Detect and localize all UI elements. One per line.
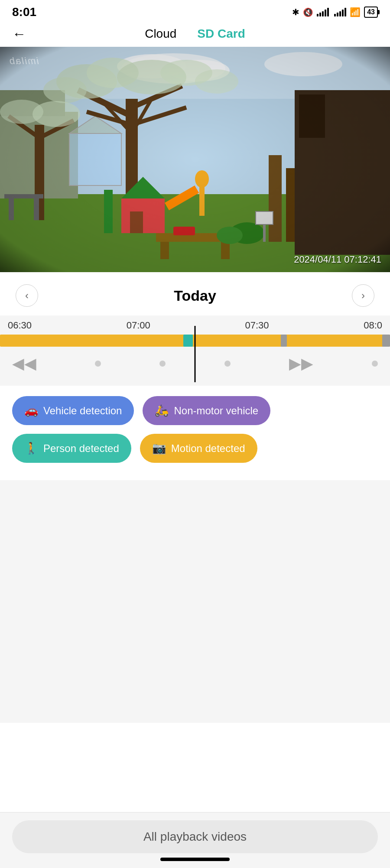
camera-watermark: imilab bbox=[9, 55, 39, 67]
signal-icon-1 bbox=[317, 8, 329, 16]
vehicle-icon: 🚗 bbox=[24, 404, 38, 417]
ctrl-dot-1 bbox=[95, 361, 101, 367]
tab-cloud[interactable]: Cloud bbox=[145, 27, 176, 41]
date-title: Today bbox=[174, 287, 216, 304]
camera-timestamp: 2024/04/11 07:12:41 bbox=[294, 254, 381, 265]
timeline-bar-teal bbox=[183, 335, 193, 347]
non-motor-icon: 🛵 bbox=[155, 404, 169, 417]
person-icon: 🚶 bbox=[24, 442, 38, 455]
prev-arrow-icon: ‹ bbox=[25, 289, 29, 302]
wifi-icon: 📶 bbox=[350, 7, 361, 17]
vehicle-label: Vehicle detection bbox=[43, 405, 122, 417]
motion-detected-button[interactable]: 📷 Motion detected bbox=[140, 434, 257, 463]
timeline-track[interactable] bbox=[0, 335, 390, 347]
vehicle-detection-button[interactable]: 🚗 Vehicle detection bbox=[12, 396, 134, 425]
status-icons: ✱ 🔇 📶 43 bbox=[292, 7, 378, 18]
person-detected-button[interactable]: 🚶 Person detected bbox=[12, 434, 131, 463]
home-indicator bbox=[160, 858, 230, 861]
camera-scene bbox=[0, 47, 390, 272]
skip-back-button[interactable]: ◀◀ bbox=[12, 354, 36, 373]
motion-icon: 📷 bbox=[152, 442, 166, 455]
nav-tabs: Cloud SD Card bbox=[145, 27, 245, 41]
status-time: 8:01 bbox=[12, 5, 36, 19]
tab-sd-card[interactable]: SD Card bbox=[197, 27, 245, 41]
ctrl-dot-3 bbox=[224, 361, 231, 367]
back-button[interactable]: ← bbox=[12, 27, 26, 41]
timeline-label-3: 08:0 bbox=[364, 320, 382, 331]
prev-date-button[interactable]: ‹ bbox=[16, 284, 38, 307]
timeline-label-2: 07:30 bbox=[245, 320, 269, 331]
motion-label: Motion detected bbox=[171, 442, 245, 455]
timeline-label-0: 06:30 bbox=[8, 320, 32, 331]
non-motor-vehicle-button[interactable]: 🛵 Non-motor vehicle bbox=[143, 396, 270, 425]
filter-section: 🚗 Vehicle detection 🛵 Non-motor vehicle … bbox=[0, 386, 390, 480]
non-motor-label: Non-motor vehicle bbox=[174, 405, 258, 417]
next-date-button[interactable]: › bbox=[352, 284, 374, 307]
filter-row-2: 🚶 Person detected 📷 Motion detected bbox=[12, 434, 378, 463]
person-label: Person detected bbox=[43, 442, 119, 455]
content-spacer bbox=[0, 480, 390, 723]
timeline-bar-gray2 bbox=[382, 335, 390, 347]
all-playback-videos-button[interactable]: All playback videos bbox=[12, 820, 378, 853]
svg-rect-51 bbox=[0, 47, 390, 272]
date-nav: ‹ Today › bbox=[0, 272, 390, 315]
status-bar: 8:01 ✱ 🔇 📶 43 bbox=[0, 0, 390, 23]
battery-indicator: 43 bbox=[364, 7, 378, 18]
header-nav: ← Cloud SD Card bbox=[0, 23, 390, 47]
bottom-bar: All playback videos bbox=[0, 812, 390, 868]
camera-view: imilab 2024/04/11 07:12:41 bbox=[0, 47, 390, 272]
mute-icon: 🔇 bbox=[303, 7, 313, 17]
next-arrow-icon: › bbox=[361, 289, 365, 302]
ctrl-dot-4 bbox=[372, 361, 378, 367]
timeline-label-1: 07:00 bbox=[127, 320, 150, 331]
ctrl-dot-2 bbox=[159, 361, 166, 367]
signal-icon-2 bbox=[334, 8, 346, 16]
timeline-cursor bbox=[195, 326, 196, 382]
timeline-container: 06:30 07:00 07:30 08:0 ◀◀ ▶▶ bbox=[0, 315, 390, 386]
skip-forward-button[interactable]: ▶▶ bbox=[289, 354, 313, 373]
bluetooth-icon: ✱ bbox=[292, 7, 299, 17]
timeline-bar-gray bbox=[281, 335, 287, 347]
filter-row-1: 🚗 Vehicle detection 🛵 Non-motor vehicle bbox=[12, 396, 378, 425]
